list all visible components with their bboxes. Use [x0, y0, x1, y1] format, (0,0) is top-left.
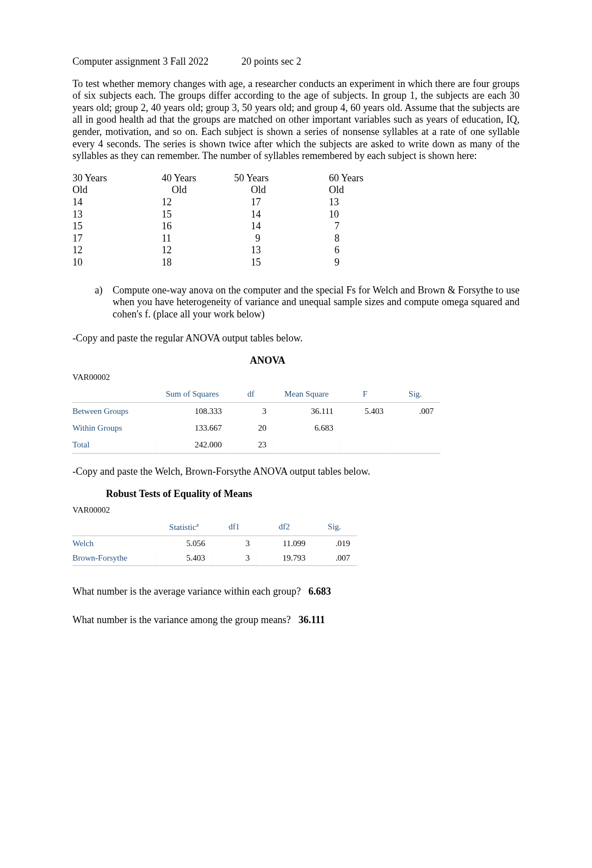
col-header: Old: [234, 184, 329, 196]
col-header: Old: [162, 184, 234, 196]
table-row: Between Groups 108.333 3 36.111 5.403 .0…: [72, 403, 440, 419]
answer-value: 36.111: [298, 614, 325, 625]
col-header: Old: [329, 184, 396, 196]
col-header: df1: [212, 518, 256, 536]
title-left: Computer assignment 3 Fall 2022: [72, 56, 208, 67]
col-header: Sig.: [312, 518, 357, 536]
col-header: [72, 518, 156, 536]
question-a-text: Compute one-way anova on the computer an…: [113, 284, 520, 321]
table-row: 1516147: [72, 220, 396, 233]
raw-data-table: 30 Years 40 Years 50 Years 60 Years Old …: [72, 172, 396, 269]
robust-var-label: VAR00002: [72, 505, 520, 515]
col-header: 60 Years: [329, 172, 396, 185]
table-row: 13151410: [72, 209, 396, 221]
table-row: 14121713: [72, 196, 396, 209]
instruction-1: -Copy and paste the regular ANOVA output…: [72, 332, 520, 345]
document-title: Computer assignment 3 Fall 2022 20 point…: [72, 56, 520, 68]
table-row: Welch 5.056 3 11.099 .019: [72, 536, 357, 551]
intro-paragraph: To test whether memory changes with age,…: [72, 78, 520, 162]
col-header: Statistica: [156, 518, 212, 536]
table-row: Within Groups 133.667 20 6.683: [72, 419, 440, 436]
question-text: What number is the variance among the gr…: [72, 614, 291, 625]
title-right: 20 points sec 2: [241, 56, 302, 67]
answer-value: 6.683: [308, 586, 331, 597]
table-row: Total 242.000 23: [72, 436, 440, 454]
anova-table: Sum of Squares df Mean Square F Sig. Bet…: [72, 385, 440, 454]
robust-heading: Robust Tests of Equality of Means: [106, 488, 520, 500]
anova-var-label: VAR00002: [72, 372, 520, 382]
table-row: Brown-Forsythe 5.403 3 19.793 .007: [72, 551, 357, 566]
question-1: What number is the average variance with…: [72, 586, 520, 598]
col-header: df2: [256, 518, 312, 536]
col-header: Mean Square: [273, 385, 340, 403]
anova-heading: ANOVA: [72, 355, 463, 367]
instruction-2: -Copy and paste the Welch, Brown-Forsyth…: [72, 466, 520, 478]
question-a: a) Compute one-way anova on the computer…: [95, 284, 520, 321]
col-header: Old: [72, 184, 162, 196]
col-header: 40 Years: [162, 172, 234, 185]
col-header: Sig.: [390, 385, 440, 403]
question-2: What number is the variance among the gr…: [72, 614, 520, 626]
col-header: 30 Years: [72, 172, 162, 185]
list-marker: a): [95, 284, 113, 321]
col-header: 50 Years: [234, 172, 329, 185]
robust-table: Statistica df1 df2 Sig. Welch 5.056 3 11…: [72, 518, 357, 566]
col-header: Sum of Squares: [156, 385, 229, 403]
col-header: F: [340, 385, 390, 403]
col-header: [72, 385, 156, 403]
col-header: df: [229, 385, 273, 403]
table-row: 171198: [72, 233, 396, 245]
table-row: 1212136: [72, 244, 396, 257]
table-row: 1018159: [72, 257, 396, 269]
question-text: What number is the average variance with…: [72, 586, 301, 597]
